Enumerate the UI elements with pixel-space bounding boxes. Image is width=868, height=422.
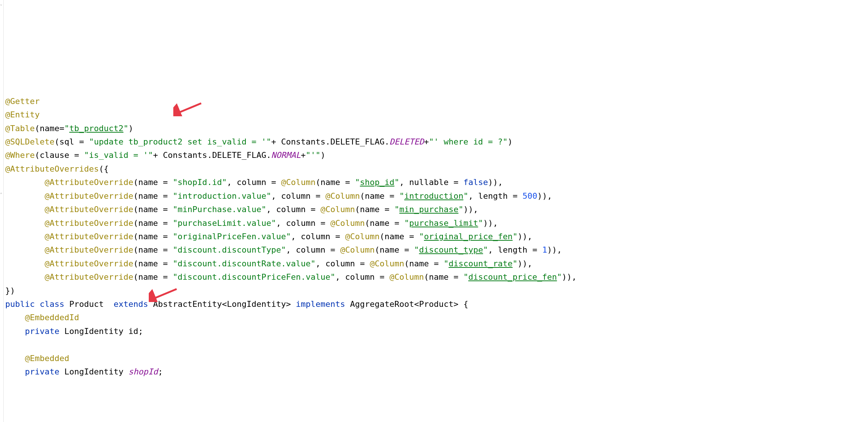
string-literal: "min_purchase" <box>394 205 463 214</box>
code-text: column <box>345 272 374 282</box>
code-text: ( <box>133 245 138 254</box>
code-text: ; <box>138 327 143 336</box>
annotation-column: @Column <box>281 178 316 187</box>
annotation-table: @Table <box>5 124 35 133</box>
code-text: )), <box>488 178 503 187</box>
code-text: length <box>478 191 508 201</box>
string-literal: "discount_rate" <box>444 259 518 268</box>
keyword-private: private <box>25 367 60 376</box>
keyword-public: public <box>5 299 35 309</box>
code-text: column <box>325 259 355 268</box>
code-text: DELETE_FLAG <box>330 137 385 146</box>
string-literal: "shop_id" <box>355 178 399 187</box>
annotation-sqldelete: @SQLDelete <box>5 137 54 146</box>
code-text: Constants <box>281 137 325 146</box>
code-text: )), <box>537 191 552 201</box>
annotation-column: @Column <box>340 245 375 254</box>
fold-marker-end[interactable]: ⌃ <box>0 192 4 196</box>
annotation-column: @Column <box>325 191 360 201</box>
code-text: , <box>291 232 296 241</box>
code-text: = <box>345 178 350 187</box>
code-text: name <box>409 259 429 268</box>
code-text: name <box>138 272 158 282</box>
code-text: column <box>276 205 306 214</box>
type-longidentity: LongIdentity <box>64 327 123 336</box>
code-text: . <box>207 150 212 160</box>
code-text: { <box>463 299 468 309</box>
code-text: ) <box>128 124 133 133</box>
code-text: name <box>138 178 158 187</box>
gutter: ⌄ ⌃ <box>0 0 4 422</box>
code-text: = <box>360 259 365 268</box>
code-text: column <box>237 178 266 187</box>
code-text: name <box>380 245 399 254</box>
annotation-column: @Column <box>330 218 365 228</box>
code-text: + <box>153 150 158 160</box>
code-text: length <box>498 245 527 254</box>
code-text: , <box>276 218 281 228</box>
code-text: < <box>222 299 227 309</box>
code-text: , <box>315 259 320 268</box>
field-id: id <box>128 327 138 336</box>
keyword-extends: extends <box>113 299 148 309</box>
code-text: name <box>138 245 158 254</box>
code-text: name <box>370 218 389 228</box>
string-literal: "purchase_limit" <box>404 218 483 228</box>
code-text: , <box>468 191 473 201</box>
code-text: name <box>40 124 60 133</box>
code-text: = <box>163 218 168 228</box>
code-text: = <box>512 191 517 201</box>
code-text: < <box>414 299 419 309</box>
string-literal: "tb_product2" <box>64 124 128 133</box>
code-text: = <box>453 272 458 282</box>
annotation-attributeoverride: @AttributeOverride <box>45 272 133 282</box>
field-shopid: shopId <box>128 367 158 376</box>
code-text: DELETE_FLAG <box>212 150 266 160</box>
code-text: ( <box>365 218 370 228</box>
annotation-column: @Column <box>389 272 424 282</box>
code-text: = <box>394 218 399 228</box>
number-literal: 500 <box>523 191 537 201</box>
field-normal: NORMAL <box>271 150 300 160</box>
code-text: ) <box>321 150 325 160</box>
type-aggregateroot: AggregateRoot <box>350 299 414 309</box>
annotation-embedded: @Embedded <box>25 354 69 363</box>
code-text: name <box>385 232 404 241</box>
code-text: = <box>163 232 168 241</box>
code-text: column <box>281 191 311 201</box>
code-text: ) <box>508 137 512 146</box>
string-literal: "is_valid = '" <box>84 150 153 160</box>
code-text: clause <box>40 150 69 160</box>
code-text: , <box>266 205 271 214</box>
code-text: = <box>389 191 394 201</box>
keyword-class: class <box>40 299 64 309</box>
code-text: )), <box>547 245 562 254</box>
code-text: . <box>325 137 330 146</box>
annotation-attributeoverride: @AttributeOverride <box>45 178 133 187</box>
annotation-column: @Column <box>370 259 404 268</box>
annotation-attributeoverride: @AttributeOverride <box>45 232 133 241</box>
code-text: ( <box>424 272 429 282</box>
number-literal: 1 <box>542 245 547 254</box>
string-literal: "discount.discountRate.value" <box>173 259 315 268</box>
code-text: ( <box>35 124 39 133</box>
code-text: ( <box>99 164 104 173</box>
type-longidentity: LongIdentity <box>227 299 286 309</box>
type-product: Product <box>419 299 454 309</box>
annotation-column: @Column <box>321 205 355 214</box>
code-text: column <box>296 245 325 254</box>
fold-marker-top[interactable]: ⌄ <box>0 2 4 6</box>
code-text: ( <box>54 137 59 146</box>
code-text: , <box>286 245 291 254</box>
string-literal: "introduction" <box>399 191 468 201</box>
annotation-attributeoverrides: @AttributeOverrides <box>5 164 99 173</box>
code-text: = <box>163 178 168 187</box>
code-text: , <box>227 178 232 187</box>
code-text: = <box>453 178 458 187</box>
code-text: = <box>330 245 335 254</box>
keyword-implements: implements <box>296 299 345 309</box>
code-editor[interactable]: @Getter @Entity @Table(name="tb_product2… <box>0 81 868 379</box>
code-text: { <box>104 164 109 173</box>
string-literal: "discount_price_fen" <box>463 272 562 282</box>
code-text: name <box>138 232 158 241</box>
